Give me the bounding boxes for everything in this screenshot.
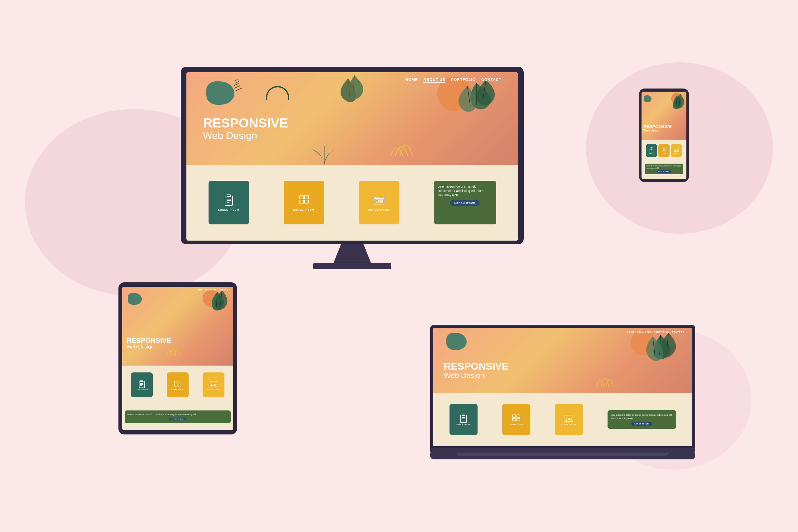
phone-lorem-btn[interactable]: LOREM IPSUM [657,170,671,173]
card1-label: LOREM IPSUM [218,209,239,211]
svg-point-22 [375,197,376,197]
svg-rect-53 [512,418,516,421]
laptop-nav-portfolio[interactable]: PORTFOLIO [654,331,669,333]
svg-rect-67 [664,148,666,149]
text-card: Lorem ipsum dolor sit amet, consectetuer… [434,181,496,224]
tablet-browser-icon [209,380,218,388]
laptop-text-card: Lorem ipsum dolor sit amet, consectetuer… [608,410,676,429]
phone-browser-icon [673,147,679,153]
tablet-hero: HOME ABOUT US CONTACT RESPONSIVE Web Des… [122,287,233,365]
tablet-nav-home[interactable]: HOME [196,289,203,291]
card-browser: LOREM IPSUM [359,181,399,224]
phone-card2-label: LOREM [662,153,666,154]
laptop-card-clipboard: LOREM IPSUM [450,404,478,435]
phone-deco-leaves [668,93,685,116]
nav-home[interactable]: HOME [405,78,418,82]
laptop-hero-text: RESPONSIVE Web Design [443,361,508,380]
lorem-ipsum-button[interactable]: LOREM IPSUM [450,200,480,206]
laptop-card3-label: LOREM IPSUM [562,423,576,425]
desktop-nav: HOME ABOUT US PORTFOLIO CONTACT [405,78,501,82]
laptop-nav-about[interactable]: ABOUT US [637,331,651,333]
deco-leaves-right [452,77,501,140]
svg-rect-17 [305,196,309,199]
desktop-monitor: HOME ABOUT US PORTFOLIO CONTACT RESPONSI… [181,67,524,269]
deco-plant-bottom [302,137,346,165]
laptop-card1-label: LOREM IPSUM [456,423,470,425]
text-card-body: Lorem ipsum dolor sit amet, consectetuer… [438,185,493,197]
svg-point-23 [377,197,378,197]
svg-line-2 [234,83,239,86]
svg-rect-37 [178,384,181,386]
svg-rect-54 [516,418,520,421]
laptop-deco-blob [446,333,467,350]
laptop-cards-section: LOREM IPSUM LOREM IPSUM [433,393,692,446]
svg-rect-35 [178,381,181,383]
phone-card-clipboard: LOREM [646,144,657,157]
deco-arch [266,86,289,100]
nav-portfolio[interactable]: PORTFOLIO [451,78,476,82]
tablet-nav: HOME ABOUT US CONTACT [196,289,230,291]
phone-text-body: Lorem ipsum dolor sit amet, consectetuer… [646,165,681,169]
tablet-hero-subtitle: Web Design [127,344,171,350]
svg-rect-57 [566,418,568,420]
grid-icon [298,194,310,207]
tablet-card2-label: LOREM IPSUM [171,388,184,390]
main-container: HOME ABOUT US PORTFOLIO CONTACT RESPONSI… [118,48,680,484]
svg-rect-59 [569,419,572,420]
svg-rect-24 [376,200,378,202]
tablet-nav-about[interactable]: ABOUT US [205,289,217,291]
phone-hero-title: RESPONSIVE [643,125,672,129]
phone-grid-icon [661,147,667,153]
svg-rect-74 [677,150,678,151]
tablet-card-browser: LOREM IPSUM [203,373,225,397]
laptop-hinge [430,448,695,453]
laptop-screen: HOME ABOUT US PORTFOLIO CONTACT RESPONSI… [433,328,692,446]
phone-card-grid: LOREM [658,144,669,157]
phone-card3-label: LOREM [674,153,678,154]
laptop-nav: HOME ABOUT US PORTFOLIO CONTACT [627,331,684,333]
phone-deco-blob [644,95,651,102]
svg-line-0 [234,79,238,81]
laptop-clipboard-icon [458,414,469,423]
laptop-bezel: HOME ABOUT US PORTFOLIO CONTACT RESPONSI… [430,325,695,448]
laptop-nav-home[interactable]: HOME [627,331,635,333]
tablet-webpage: HOME ABOUT US CONTACT RESPONSIVE Web Des… [122,287,233,430]
tablet-cards-section: LOREM IPSUM LOREM IPSUM [122,365,233,430]
tablet-hero-title: RESPONSIVE [127,337,171,344]
tablet-device: HOME ABOUT US CONTACT RESPONSIVE Web Des… [118,282,237,434]
deco-lines [233,79,248,94]
tablet-bezel: HOME ABOUT US CONTACT RESPONSIVE Web Des… [118,282,237,434]
svg-rect-55 [565,415,573,422]
monitor-screen: HOME ABOUT US PORTFOLIO CONTACT RESPONSI… [186,72,518,241]
laptop-lorem-btn[interactable]: LOREM IPSUM [631,422,652,426]
phone-cards-row: LOREM LOREM [646,144,682,157]
svg-rect-70 [674,148,679,152]
laptop-nav-contact[interactable]: CONTACT [671,331,684,333]
tablet-text-body: Lorem ipsum dolor sit amet, consectetuer… [127,413,228,416]
phone-screen: RESPONSIVE Web Design [642,92,686,179]
tablet-clipboard-icon [137,380,146,388]
tablet-card-clipboard: LOREM IPSUM [131,373,153,397]
phone-text-card: Lorem ipsum dolor sit amet, consectetuer… [645,164,683,174]
svg-rect-51 [512,415,516,417]
laptop-browser-icon [564,414,574,423]
hero-title-main: RESPONSIVE [203,117,288,130]
tablet-deco-blob [128,293,142,305]
deco-leaves-center [336,72,373,117]
svg-rect-68 [662,150,664,151]
svg-rect-73 [677,150,678,150]
tablet-grid-icon [173,380,182,388]
tablet-nav-contact[interactable]: CONTACT [218,289,230,291]
svg-rect-25 [380,200,383,201]
svg-rect-42 [214,385,216,385]
nav-about[interactable]: ABOUT US [423,78,445,82]
tablet-card1-label: LOREM IPSUM [136,388,148,390]
monitor-stand [334,244,371,263]
nav-contact[interactable]: CONTACT [481,78,501,82]
svg-rect-34 [174,381,177,383]
laptop-card-grid: LOREM IPSUM [502,404,530,435]
svg-rect-66 [662,148,664,149]
deco-yellow-arches [387,134,419,160]
svg-line-3 [234,86,240,88]
tablet-lorem-btn[interactable]: LOREM IPSUM [169,418,186,420]
